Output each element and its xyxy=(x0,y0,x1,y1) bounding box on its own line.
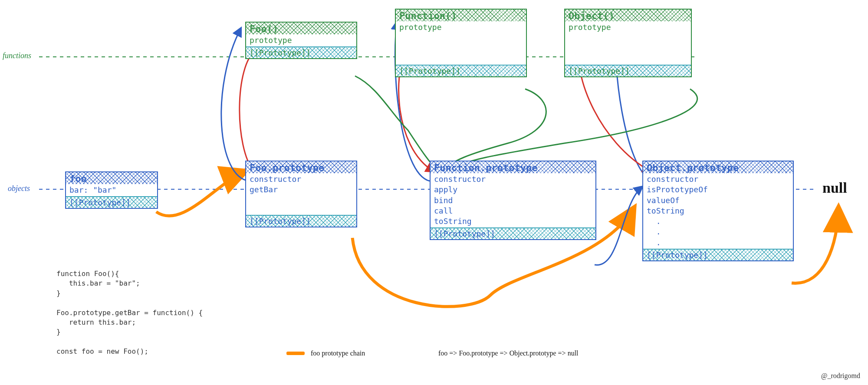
slot: [[Prototype]] xyxy=(250,48,311,57)
title: foo xyxy=(69,173,87,184)
box-object-constructor: Object() prototype [[Prototype]] xyxy=(564,9,692,77)
box-foo-constructor: Foo() prototype [[Prototype]] xyxy=(245,22,357,59)
credit: @_rodrigomd xyxy=(821,372,860,380)
body: constructor getBar xyxy=(246,173,356,215)
body: constructor isPrototypeOf valueOf toStri… xyxy=(643,173,793,249)
box-function-constructor: Function() prototype [[Prototype]] xyxy=(395,9,527,77)
legend-swatch-orange xyxy=(286,352,305,355)
body: bar: "bar" xyxy=(66,184,157,196)
row-label-objects: objects xyxy=(8,184,30,193)
box-object-prototype: Object.prototype constructor isPrototype… xyxy=(642,161,794,261)
body: constructor apply bind call toString xyxy=(431,173,595,227)
row-label-functions: functions xyxy=(3,51,31,60)
legend-chain-text: foo => Foo.prototype => Object.prototype… xyxy=(438,349,579,357)
title: Function() xyxy=(399,10,457,21)
slot: [[Prototype]] xyxy=(69,198,131,207)
body: prototype xyxy=(565,21,691,65)
title: Foo() xyxy=(250,23,278,34)
slot: [[Prototype]] xyxy=(647,250,708,260)
title: Object.prototype xyxy=(647,162,739,173)
slot: [[Prototype]] xyxy=(569,66,630,76)
legend: foo prototype chain xyxy=(286,349,365,357)
slot: [[Prototype]] xyxy=(399,66,460,76)
body: prototype xyxy=(246,34,356,46)
title: Object() xyxy=(569,10,615,21)
box-function-prototype: Function.prototype constructor apply bin… xyxy=(430,161,596,240)
slot: [[Prototype]] xyxy=(434,229,495,238)
box-foo-prototype: Foo.prototype constructor getBar [[Proto… xyxy=(245,161,357,227)
null-terminal: null xyxy=(822,180,847,196)
title: Function.prototype xyxy=(434,162,537,173)
code-snippet: function Foo(){ this.bar = "bar"; } Foo.… xyxy=(56,269,203,357)
legend-swatch-label: foo prototype chain xyxy=(311,349,365,357)
title: Foo.prototype xyxy=(250,162,324,173)
body: prototype xyxy=(396,21,526,65)
box-foo-instance: foo bar: "bar" [[Prototype]] xyxy=(65,171,158,209)
slot: [[Prototype]] xyxy=(250,217,311,226)
